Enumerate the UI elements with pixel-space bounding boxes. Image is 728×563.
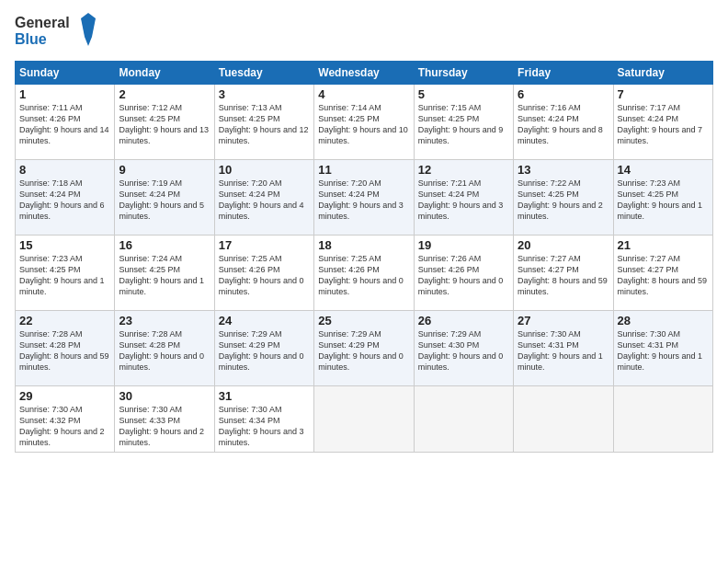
day-number: 31: [219, 389, 310, 403]
day-number: 2: [119, 87, 210, 101]
calendar-cell: 29Sunrise: 7:30 AMSunset: 4:32 PMDayligh…: [16, 386, 115, 453]
calendar-cell: 21Sunrise: 7:27 AMSunset: 4:27 PMDayligh…: [613, 236, 712, 311]
cell-info: Sunrise: 7:20 AMSunset: 4:24 PMDaylight:…: [219, 178, 310, 223]
day-number: 5: [418, 87, 509, 101]
svg-marker-2: [81, 13, 96, 37]
cell-info: Sunrise: 7:24 AMSunset: 4:25 PMDaylight:…: [119, 253, 210, 298]
day-number: 14: [618, 163, 709, 177]
cell-info: Sunrise: 7:27 AMSunset: 4:27 PMDaylight:…: [518, 253, 609, 298]
day-number: 24: [219, 314, 310, 327]
day-number: 30: [119, 389, 210, 403]
calendar-cell: 5Sunrise: 7:15 AMSunset: 4:25 PMDaylight…: [414, 85, 513, 160]
calendar-cell: 4Sunrise: 7:14 AMSunset: 4:25 PMDaylight…: [314, 85, 414, 160]
cell-info: Sunrise: 7:29 AMSunset: 4:29 PMDaylight:…: [318, 328, 409, 373]
calendar-cell: 3Sunrise: 7:13 AMSunset: 4:25 PMDaylight…: [214, 85, 313, 160]
day-number: 15: [19, 238, 110, 252]
cell-info: Sunrise: 7:28 AMSunset: 4:28 PMDaylight:…: [19, 328, 110, 373]
svg-text:General: General: [15, 15, 70, 30]
cell-info: Sunrise: 7:14 AMSunset: 4:25 PMDaylight:…: [318, 102, 409, 147]
cell-info: Sunrise: 7:30 AMSunset: 4:32 PMDaylight:…: [19, 404, 110, 449]
col-wednesday: Wednesday: [314, 62, 414, 85]
calendar-cell: 6Sunrise: 7:16 AMSunset: 4:24 PMDaylight…: [514, 85, 613, 160]
calendar-table: Sunday Monday Tuesday Wednesday Thursday…: [15, 61, 713, 453]
day-number: 7: [618, 87, 709, 101]
cell-info: Sunrise: 7:21 AMSunset: 4:24 PMDaylight:…: [418, 178, 509, 223]
cell-info: Sunrise: 7:23 AMSunset: 4:25 PMDaylight:…: [19, 253, 110, 298]
cell-info: Sunrise: 7:18 AMSunset: 4:24 PMDaylight:…: [19, 178, 110, 223]
col-friday: Friday: [514, 62, 613, 85]
day-number: 3: [219, 87, 310, 101]
calendar-cell: 25Sunrise: 7:29 AMSunset: 4:29 PMDayligh…: [314, 311, 414, 386]
cell-info: Sunrise: 7:29 AMSunset: 4:29 PMDaylight:…: [219, 328, 310, 373]
calendar-cell: 24Sunrise: 7:29 AMSunset: 4:29 PMDayligh…: [214, 311, 313, 386]
calendar-cell: 30Sunrise: 7:30 AMSunset: 4:33 PMDayligh…: [115, 386, 214, 453]
calendar-cell: 16Sunrise: 7:24 AMSunset: 4:25 PMDayligh…: [115, 236, 214, 311]
col-thursday: Thursday: [414, 62, 513, 85]
col-sunday: Sunday: [16, 62, 115, 85]
cell-info: Sunrise: 7:30 AMSunset: 4:31 PMDaylight:…: [518, 328, 609, 373]
day-number: 23: [119, 314, 210, 327]
day-number: 13: [518, 163, 609, 177]
calendar-cell: 26Sunrise: 7:29 AMSunset: 4:30 PMDayligh…: [414, 311, 513, 386]
calendar-page: General Blue Sunday Monday Tuesday Wedne…: [0, 0, 728, 563]
calendar-cell: 14Sunrise: 7:23 AMSunset: 4:25 PMDayligh…: [613, 160, 712, 236]
logo-text: General Blue: [15, 11, 102, 53]
day-number: 1: [19, 87, 110, 101]
cell-info: Sunrise: 7:16 AMSunset: 4:24 PMDaylight:…: [518, 102, 609, 147]
cell-info: Sunrise: 7:28 AMSunset: 4:28 PMDaylight:…: [119, 328, 210, 373]
cell-info: Sunrise: 7:17 AMSunset: 4:24 PMDaylight:…: [618, 102, 709, 147]
calendar-cell: [314, 386, 414, 453]
day-number: 6: [518, 87, 609, 101]
calendar-cell: 20Sunrise: 7:27 AMSunset: 4:27 PMDayligh…: [514, 236, 613, 311]
calendar-cell: 17Sunrise: 7:25 AMSunset: 4:26 PMDayligh…: [214, 236, 313, 311]
day-number: 27: [518, 314, 609, 327]
calendar-cell: 10Sunrise: 7:20 AMSunset: 4:24 PMDayligh…: [214, 160, 313, 236]
col-tuesday: Tuesday: [214, 62, 313, 85]
cell-info: Sunrise: 7:29 AMSunset: 4:30 PMDaylight:…: [418, 328, 509, 373]
day-number: 12: [418, 163, 509, 177]
cell-info: Sunrise: 7:12 AMSunset: 4:25 PMDaylight:…: [119, 102, 210, 147]
svg-marker-3: [85, 37, 92, 46]
day-number: 16: [119, 238, 210, 252]
calendar-cell: [514, 386, 613, 453]
cell-info: Sunrise: 7:15 AMSunset: 4:25 PMDaylight:…: [418, 102, 509, 147]
calendar-cell: 7Sunrise: 7:17 AMSunset: 4:24 PMDaylight…: [613, 85, 712, 160]
day-number: 17: [219, 238, 310, 252]
header-row: Sunday Monday Tuesday Wednesday Thursday…: [16, 62, 713, 85]
cell-info: Sunrise: 7:30 AMSunset: 4:31 PMDaylight:…: [618, 328, 709, 373]
cell-info: Sunrise: 7:22 AMSunset: 4:25 PMDaylight:…: [518, 178, 609, 223]
day-number: 29: [19, 389, 110, 403]
col-monday: Monday: [115, 62, 214, 85]
cell-info: Sunrise: 7:11 AMSunset: 4:26 PMDaylight:…: [19, 102, 110, 147]
col-saturday: Saturday: [613, 62, 712, 85]
day-number: 26: [418, 314, 509, 327]
day-number: 9: [119, 163, 210, 177]
calendar-cell: 12Sunrise: 7:21 AMSunset: 4:24 PMDayligh…: [414, 160, 513, 236]
calendar-cell: 2Sunrise: 7:12 AMSunset: 4:25 PMDaylight…: [115, 85, 214, 160]
day-number: 19: [418, 238, 509, 252]
day-number: 22: [19, 314, 110, 327]
cell-info: Sunrise: 7:20 AMSunset: 4:24 PMDaylight:…: [318, 178, 409, 223]
page-header: General Blue: [15, 11, 713, 53]
calendar-cell: 13Sunrise: 7:22 AMSunset: 4:25 PMDayligh…: [514, 160, 613, 236]
day-number: 20: [518, 238, 609, 252]
calendar-cell: 1Sunrise: 7:11 AMSunset: 4:26 PMDaylight…: [16, 85, 115, 160]
cell-info: Sunrise: 7:30 AMSunset: 4:33 PMDaylight:…: [119, 404, 210, 449]
day-number: 28: [618, 314, 709, 327]
cell-info: Sunrise: 7:26 AMSunset: 4:26 PMDaylight:…: [418, 253, 509, 298]
calendar-cell: 11Sunrise: 7:20 AMSunset: 4:24 PMDayligh…: [314, 160, 414, 236]
calendar-cell: 28Sunrise: 7:30 AMSunset: 4:31 PMDayligh…: [613, 311, 712, 386]
day-number: 25: [318, 314, 409, 327]
cell-info: Sunrise: 7:19 AMSunset: 4:24 PMDaylight:…: [119, 178, 210, 223]
calendar-cell: [613, 386, 712, 453]
calendar-cell: [414, 386, 513, 453]
cell-info: Sunrise: 7:13 AMSunset: 4:25 PMDaylight:…: [219, 102, 310, 147]
day-number: 10: [219, 163, 310, 177]
calendar-cell: 9Sunrise: 7:19 AMSunset: 4:24 PMDaylight…: [115, 160, 214, 236]
calendar-cell: 8Sunrise: 7:18 AMSunset: 4:24 PMDaylight…: [16, 160, 115, 236]
calendar-cell: 27Sunrise: 7:30 AMSunset: 4:31 PMDayligh…: [514, 311, 613, 386]
cell-info: Sunrise: 7:30 AMSunset: 4:34 PMDaylight:…: [219, 404, 310, 449]
day-number: 11: [318, 163, 409, 177]
day-number: 8: [19, 163, 110, 177]
calendar-cell: 15Sunrise: 7:23 AMSunset: 4:25 PMDayligh…: [16, 236, 115, 311]
